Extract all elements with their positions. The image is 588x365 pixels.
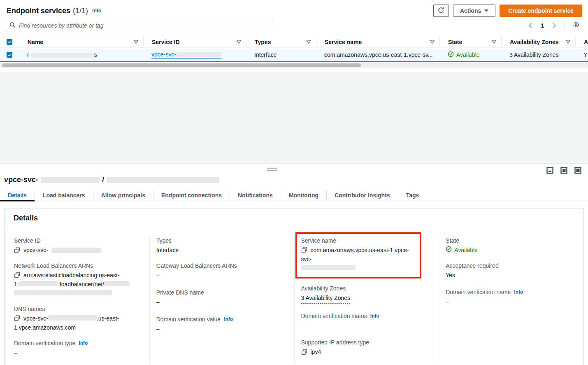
refresh-button[interactable]: [433, 5, 449, 17]
search-box[interactable]: [6, 20, 273, 31]
cell-service-id: vpce-svc-: [143, 51, 246, 58]
previous-page-button[interactable]: [525, 20, 536, 31]
tab-details[interactable]: Details: [0, 190, 35, 201]
info-link[interactable]: Info: [370, 312, 379, 320]
field-dns-names: DNS names vpce-svc-.us-east- 1.vpce.amaz…: [14, 305, 143, 332]
field-availability-zones: Availability Zones 3 Availability Zones: [301, 284, 432, 304]
redacted-text: [31, 53, 93, 58]
row-checkbox-cell: [0, 52, 19, 58]
tab-endpoint-connections[interactable]: Endpoint connections: [153, 190, 230, 201]
refresh-icon: [437, 7, 444, 15]
info-link[interactable]: Info: [224, 315, 233, 323]
details-column-2: Types Interface Gateway Load Balancers A…: [149, 236, 294, 364]
tabs-bar: Details Load balancers Allow principals …: [0, 190, 588, 201]
column-header-name[interactable]: Name: [19, 36, 143, 47]
redacted-text: [104, 281, 130, 286]
search-input[interactable]: [19, 22, 270, 29]
tab-load-balancers[interactable]: Load balancers: [35, 190, 93, 201]
filter-icon[interactable]: [430, 40, 435, 44]
column-header-acceptance[interactable]: A: [575, 36, 588, 47]
gear-icon: [572, 21, 580, 30]
tab-monitoring[interactable]: Monitoring: [281, 190, 326, 201]
status-available-icon: [448, 51, 454, 58]
redacted-text: [48, 315, 97, 321]
availability-zones-popover-trigger[interactable]: 3 Availability Zones: [301, 293, 351, 304]
row-checkbox[interactable]: [7, 52, 12, 58]
info-link[interactable]: Info: [92, 8, 101, 14]
redacted-text: [41, 177, 100, 183]
panel-size-medium-icon[interactable]: [560, 167, 567, 174]
redacted-text: [14, 290, 112, 295]
next-page-button[interactable]: [549, 20, 560, 31]
panel-resize-handle[interactable]: [267, 168, 277, 172]
column-header-service-id[interactable]: Service ID: [143, 36, 246, 47]
column-header-state[interactable]: State: [439, 36, 501, 47]
cell-service-name: com.amazonaws.vpce.us-east-1.vpce-sv...: [316, 51, 439, 58]
field-private-dns-name: Private DNS name –: [156, 288, 288, 307]
divider: [565, 21, 565, 30]
page-number[interactable]: 1: [538, 22, 546, 29]
preferences-gear-button[interactable]: [570, 20, 582, 31]
endpoint-services-table: Name Service ID Types Service name State…: [0, 36, 588, 68]
column-header-types[interactable]: Types: [246, 36, 316, 47]
field-types: Types Interface: [156, 236, 288, 255]
create-endpoint-service-button[interactable]: Create endpoint service: [500, 5, 582, 17]
horizontal-scrollbar[interactable]: [0, 63, 588, 68]
panel-size-small-icon[interactable]: [546, 167, 553, 174]
filter-icon[interactable]: [492, 40, 496, 44]
background-spacer: [0, 72, 588, 164]
field-supported-ip-address-type: Supported IP address type ipv4: [301, 338, 432, 356]
info-link[interactable]: Info: [514, 288, 523, 296]
toolbar-actions: Actions Create endpoint service: [433, 5, 582, 17]
resource-count: (1/1): [73, 7, 88, 15]
details-card-heading: Details: [5, 208, 583, 228]
table-row[interactable]: r s vpce-svc- Interface com.amazonaws.vp…: [0, 48, 588, 62]
details-grid: Service ID vpce-svc- Network Load Balanc…: [5, 228, 583, 365]
field-acceptance-required: Acceptance required Yes: [446, 262, 577, 280]
copy-icon[interactable]: [301, 349, 307, 355]
tab-allow-principals[interactable]: Allow principals: [93, 190, 153, 201]
tab-tags[interactable]: Tags: [398, 190, 427, 201]
filter-icon[interactable]: [566, 40, 570, 44]
copy-icon[interactable]: [14, 272, 20, 278]
copy-icon[interactable]: [14, 315, 20, 321]
redacted-text: [176, 52, 221, 57]
cell-types: Interface: [246, 51, 316, 58]
field-domain-verification-name: Domain verification name Info –: [446, 288, 577, 306]
select-all-checkbox-cell: [0, 36, 19, 47]
search-row: 1: [0, 17, 588, 31]
endpoint-services-page: Endpoint services (1/1) Info Actions Cre…: [0, 0, 588, 365]
select-all-checkbox[interactable]: [7, 39, 12, 45]
field-service-name-highlighted: Service name com.amazonaws.vpce.us-east-…: [295, 232, 422, 278]
split-panel: vpce-svc- / Details Load balancers Allow…: [0, 164, 588, 365]
details-card: Details Service ID vpce-svc-: [4, 208, 584, 365]
availability-zones-popover-trigger[interactable]: 3 Availability Zones: [509, 51, 559, 58]
tab-contributor-insights[interactable]: Contributor Insights: [327, 190, 398, 201]
field-service-id: Service ID vpce-svc-: [14, 236, 143, 255]
filter-icon[interactable]: [134, 40, 138, 44]
scrollbar-thumb[interactable]: [2, 63, 361, 67]
cell-state: Available: [439, 51, 501, 58]
panel-size-large-icon[interactable]: [574, 167, 581, 174]
filter-icon[interactable]: [237, 40, 241, 44]
column-header-availability-zones[interactable]: Availability Zones: [501, 36, 575, 47]
details-column-1: Service ID vpce-svc- Network Load Balanc…: [5, 236, 149, 364]
details-column-4: State Available Acceptance required: [439, 236, 583, 364]
actions-button[interactable]: Actions: [453, 5, 495, 17]
tab-notifications[interactable]: Notifications: [230, 190, 281, 201]
toolbar: Endpoint services (1/1) Info Actions Cre…: [0, 0, 588, 17]
info-link[interactable]: Info: [79, 339, 88, 347]
cell-name: r s: [19, 51, 143, 58]
cell-availability-zones: 3 Availability Zones: [501, 51, 575, 58]
column-header-service-name[interactable]: Service name: [316, 36, 439, 47]
copy-icon[interactable]: [301, 247, 307, 253]
redacted-text: [107, 177, 219, 183]
search-icon: [9, 22, 16, 30]
filter-icon[interactable]: [307, 40, 311, 44]
service-id-link[interactable]: vpce-svc-: [151, 51, 221, 58]
field-nlb-arns: Network Load Balancers ARNs arn:aws:elas…: [14, 262, 143, 298]
panel-title: vpce-svc- /: [4, 175, 588, 184]
pagination: 1: [525, 20, 582, 31]
copy-icon[interactable]: [14, 247, 20, 253]
actions-label: Actions: [460, 7, 481, 14]
